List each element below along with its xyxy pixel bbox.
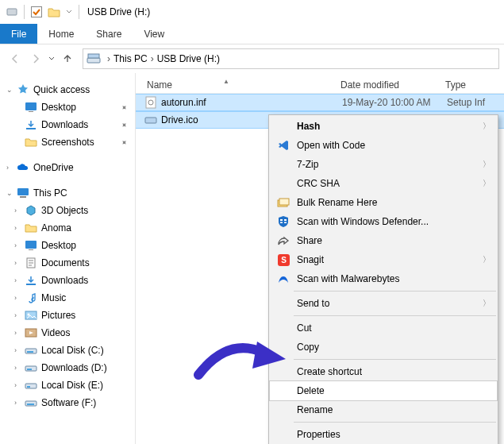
blank-icon [275, 176, 292, 191]
sidebar-item-music[interactable]: ›Music [6, 289, 132, 307]
svg-rect-24 [146, 97, 156, 108]
context-menu: Hash 〉 Open with Code 7-Zip 〉 CRC SHA 〉 … [268, 114, 498, 444]
3d-objects-icon [24, 204, 38, 217]
ctx-cut[interactable]: Cut [270, 319, 497, 338]
recent-dropdown[interactable] [46, 48, 57, 70]
folder-icon[interactable] [48, 6, 60, 18]
chevron-right-icon: 〉 [483, 254, 491, 265]
ctx-share[interactable]: Share [270, 231, 497, 250]
sidebar-item-label: Desktop [41, 102, 76, 113]
sidebar-item-3d-objects[interactable]: ›3D Objects [6, 202, 132, 219]
up-button[interactable] [57, 48, 78, 70]
breadcrumb-root[interactable]: This PC [113, 53, 148, 64]
downloads-icon [24, 118, 38, 131]
collapse-icon[interactable]: ⌄ [6, 189, 16, 197]
sidebar-item-downloads2[interactable]: ›Downloads [6, 272, 132, 289]
ctx-defender[interactable]: Scan with Windows Defender... [270, 212, 497, 231]
forward-button[interactable] [25, 48, 46, 70]
desktop-icon [24, 239, 38, 252]
tab-home[interactable]: Home [37, 24, 85, 44]
breadcrumb-leaf[interactable]: USB Drive (H:) [157, 53, 220, 64]
svg-rect-23 [27, 403, 34, 405]
sidebar-item-disk-d[interactable]: ›Downloads (D:) [6, 359, 132, 376]
ctx-open-with-code[interactable]: Open with Code [270, 136, 497, 155]
sidebar-item-label: Local Disk (C:) [41, 345, 104, 356]
bulk-rename-icon [275, 195, 292, 210]
sidebar-item-label: Pictures [41, 310, 75, 321]
svg-rect-4 [25, 102, 37, 110]
collapse-icon[interactable]: ⌄ [6, 86, 16, 94]
sidebar-item-videos[interactable]: ›Videos [6, 324, 132, 342]
drive-icon [24, 361, 38, 374]
ctx-delete[interactable]: Delete [270, 381, 497, 400]
column-date-modified[interactable]: Date modified [340, 79, 445, 91]
sidebar-item-label: Music [41, 292, 66, 303]
blank-icon [275, 296, 292, 311]
sidebar-item-desktop2[interactable]: ›Desktop [6, 237, 132, 254]
tab-share[interactable]: Share [85, 24, 133, 44]
blank-icon [275, 321, 292, 335]
ctx-rename[interactable]: Rename [270, 400, 497, 419]
sidebar-item-disk-e[interactable]: ›Local Disk (E:) [6, 376, 132, 394]
sidebar-quick-access[interactable]: ⌄ Quick access [6, 81, 132, 98]
tab-view[interactable]: View [133, 24, 175, 44]
window-icon [6, 6, 18, 18]
ctx-hash[interactable]: Hash 〉 [270, 117, 497, 136]
ctx-snagit[interactable]: S Snagit 〉 [270, 250, 497, 269]
ctx-send-to[interactable]: Send to 〉 [270, 294, 497, 313]
chevron-right-icon[interactable]: › [107, 53, 110, 64]
sidebar-item-screenshots[interactable]: Screenshots ✦ [6, 133, 132, 151]
sidebar-item-disk-c[interactable]: ›Local Disk (C:) [6, 342, 132, 359]
ctx-7zip[interactable]: 7-Zip 〉 [270, 155, 497, 174]
svg-rect-10 [29, 249, 33, 250]
desktop-icon [24, 101, 38, 114]
column-type[interactable]: Type [445, 79, 504, 91]
drive-icon [24, 396, 38, 409]
checkbox-checked-icon[interactable] [30, 6, 43, 18]
sidebar-item-disk-f[interactable]: ›Software (F:) [6, 394, 132, 411]
ctx-malwarebytes[interactable]: Scan with Malwarebytes [270, 269, 497, 288]
vscode-icon [275, 138, 292, 153]
folder-icon [24, 136, 38, 149]
ctx-create-shortcut[interactable]: Create shortcut [270, 362, 497, 381]
svg-rect-28 [279, 199, 289, 205]
dropdown-icon[interactable] [65, 6, 73, 18]
svg-rect-0 [7, 9, 17, 15]
sidebar-item-downloads[interactable]: Downloads ✦ [6, 116, 132, 133]
videos-icon [24, 326, 38, 339]
malwarebytes-icon [275, 272, 292, 286]
tab-file[interactable]: File [0, 24, 37, 44]
sidebar-item-label: Software (F:) [41, 397, 96, 408]
sidebar-item-label: Anoma [41, 222, 71, 234]
back-button[interactable] [5, 48, 25, 70]
sidebar-item-documents[interactable]: ›Documents [6, 254, 132, 272]
sidebar-this-pc[interactable]: ⌄ This PC [6, 184, 132, 202]
sidebar-item-desktop[interactable]: Desktop ✦ [6, 98, 132, 116]
svg-rect-26 [145, 118, 156, 123]
separator [294, 359, 496, 360]
ctx-crc-sha[interactable]: CRC SHA 〉 [270, 174, 497, 193]
ctx-copy[interactable]: Copy [270, 338, 497, 357]
column-name[interactable]: Name▲ [136, 79, 340, 91]
chevron-right-icon: 〉 [483, 178, 491, 189]
file-row[interactable]: autorun.inf 19-May-20 10:00 AM Setup Inf [136, 94, 504, 111]
svg-rect-19 [27, 369, 32, 370]
svg-rect-6 [26, 128, 36, 129]
column-headers: Name▲ Date modified Type [136, 73, 504, 94]
sidebar-item-label: Downloads [41, 275, 88, 286]
ctx-bulk-rename[interactable]: Bulk Rename Here [270, 193, 497, 212]
sidebar-item-anoma[interactable]: ›Anoma [6, 219, 132, 237]
expand-icon[interactable]: › [6, 164, 16, 172]
blank-icon [275, 340, 292, 354]
chevron-right-icon: 〉 [483, 298, 491, 309]
sidebar-item-label: OneDrive [33, 162, 74, 173]
ribbon-tabs: File Home Share View [0, 24, 504, 44]
ctx-properties[interactable]: Properties [270, 425, 497, 444]
sidebar-item-pictures[interactable]: ›Pictures [6, 307, 132, 324]
sidebar-item-label: Quick access [33, 84, 90, 95]
chevron-right-icon[interactable]: › [151, 53, 154, 64]
sidebar-onedrive[interactable]: › OneDrive [6, 159, 132, 176]
address-bar[interactable]: › This PC › USB Drive (H:) [83, 48, 499, 69]
window-title: USB Drive (H:) [87, 6, 150, 17]
shield-icon [275, 214, 292, 229]
